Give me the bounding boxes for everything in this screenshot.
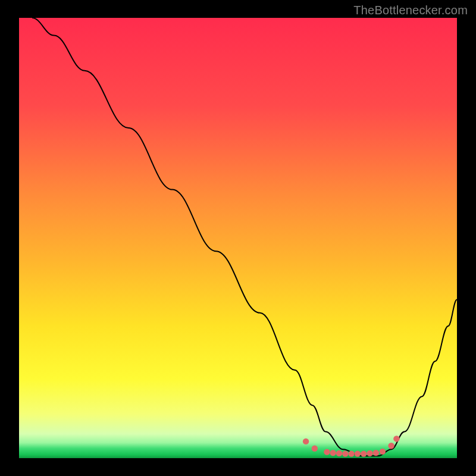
marker-dot <box>393 436 399 441</box>
marker-dot <box>367 450 372 456</box>
attribution-label: TheBottlenecker.com <box>353 4 468 17</box>
marker-dot <box>312 446 318 452</box>
marker-dot <box>355 450 361 456</box>
marker-dot <box>348 450 354 456</box>
marker-dot <box>330 450 336 456</box>
marker-dot <box>324 449 330 455</box>
marker-dot <box>373 450 379 456</box>
marker-dot <box>380 449 386 455</box>
marker-dot <box>336 450 342 456</box>
marker-dot <box>342 450 348 456</box>
bottleneck-chart <box>0 0 476 476</box>
marker-dot <box>303 439 309 444</box>
marker-dot <box>388 443 394 449</box>
marker-dot <box>361 450 367 456</box>
plot-background <box>19 18 457 458</box>
